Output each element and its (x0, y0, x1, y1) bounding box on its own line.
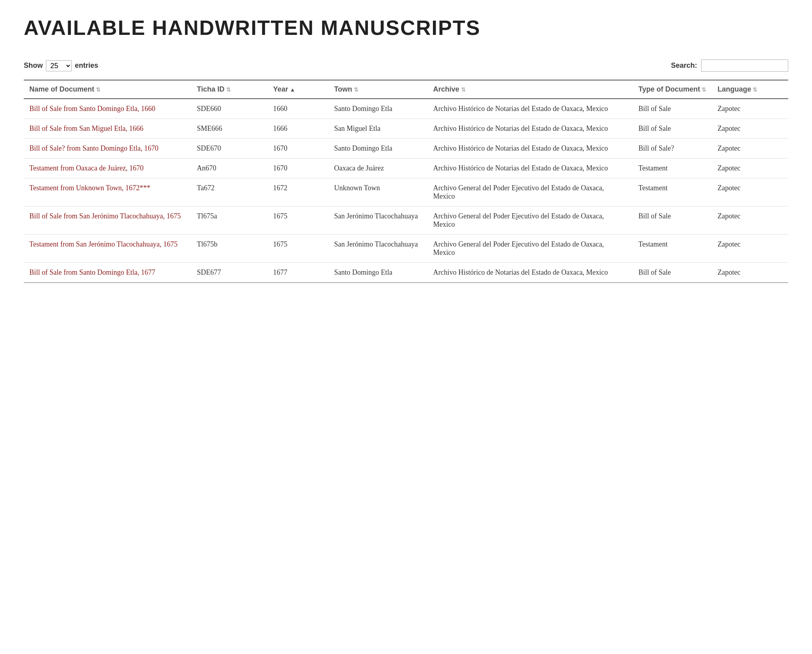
cell-type: Bill of Sale (633, 263, 712, 283)
col-label-name: Name of Document (29, 85, 94, 93)
cell-archive: Archivo Histórico de Notarias del Estado… (428, 99, 633, 119)
cell-name: Bill of Sale from Santo Domingo Etla, 16… (24, 263, 191, 283)
table-row: Testament from San Jerónimo Tlacochahuay… (24, 235, 788, 263)
cell-town: San Miguel Etla (328, 119, 427, 139)
col-header-town[interactable]: Town (328, 80, 427, 99)
col-label-archive: Archive (433, 85, 459, 93)
col-label-language: Language (717, 85, 751, 93)
cell-ticha-id: Tl675a (191, 207, 267, 235)
table-row: Bill of Sale from Santo Domingo Etla, 16… (24, 263, 788, 283)
doc-link[interactable]: Testament from San Jerónimo Tlacochahuay… (29, 240, 177, 248)
cell-ticha-id: SDE677 (191, 263, 267, 283)
cell-name: Testament from Unknown Town, 1672*** (24, 178, 191, 207)
cell-language: Zapotec (712, 235, 788, 263)
cell-language: Zapotec (712, 178, 788, 207)
cell-year: 1675 (268, 207, 329, 235)
cell-name: Bill of Sale from San Jerónimo Tlacochah… (24, 207, 191, 235)
col-label-type: Type of Document (639, 85, 700, 93)
table-body: Bill of Sale from Santo Domingo Etla, 16… (24, 99, 788, 283)
cell-language: Zapotec (712, 139, 788, 159)
table-header: Name of DocumentTicha IDYearTownArchiveT… (24, 80, 788, 99)
col-header-language[interactable]: Language (712, 80, 788, 99)
doc-link[interactable]: Bill of Sale from San Miguel Etla, 1666 (29, 124, 143, 132)
cell-town: Santo Domingo Etla (328, 263, 427, 283)
cell-year: 1670 (268, 159, 329, 178)
doc-link[interactable]: Testament from Oaxaca de Juárez, 1670 (29, 164, 144, 172)
cell-name: Testament from San Jerónimo Tlacochahuay… (24, 235, 191, 263)
cell-town: San Jerónimo Tlacochahuaya (328, 207, 427, 235)
cell-year: 1677 (268, 263, 329, 283)
sort-icon-ticha (226, 86, 231, 93)
col-label-year: Year (273, 85, 288, 93)
cell-type: Bill of Sale (633, 119, 712, 139)
cell-type: Testament (633, 178, 712, 207)
cell-year: 1660 (268, 99, 329, 119)
table-row: Testament from Oaxaca de Juárez, 1670An6… (24, 159, 788, 178)
cell-name: Bill of Sale? from Santo Domingo Etla, 1… (24, 139, 191, 159)
cell-archive: Archivo Histórico de Notarias del Estado… (428, 119, 633, 139)
cell-year: 1672 (268, 178, 329, 207)
cell-type: Testament (633, 235, 712, 263)
cell-archive: Archivo Histórico de Notarias del Estado… (428, 159, 633, 178)
cell-language: Zapotec (712, 207, 788, 235)
cell-archive: Archivo General del Poder Ejecutivo del … (428, 235, 633, 263)
manuscripts-table: Name of DocumentTicha IDYearTownArchiveT… (24, 80, 788, 283)
table-row: Bill of Sale from San Miguel Etla, 1666S… (24, 119, 788, 139)
cell-language: Zapotec (712, 99, 788, 119)
cell-archive: Archivo General del Poder Ejecutivo del … (428, 178, 633, 207)
cell-ticha-id: An670 (191, 159, 267, 178)
table-row: Bill of Sale? from Santo Domingo Etla, 1… (24, 139, 788, 159)
cell-language: Zapotec (712, 263, 788, 283)
show-label: Show (24, 61, 43, 70)
cell-year: 1666 (268, 119, 329, 139)
col-header-year[interactable]: Year (268, 80, 329, 99)
cell-name: Bill of Sale from Santo Domingo Etla, 16… (24, 99, 191, 119)
cell-archive: Archivo Histórico de Notarias del Estado… (428, 139, 633, 159)
col-label-ticha: Ticha ID (197, 85, 225, 93)
col-label-town: Town (334, 85, 352, 93)
sort-icon-language (753, 86, 757, 93)
sort-icon-year (290, 86, 295, 93)
cell-town: Santo Domingo Etla (328, 139, 427, 159)
table-row: Testament from Unknown Town, 1672***Ta67… (24, 178, 788, 207)
sort-icon-archive (461, 86, 466, 93)
col-header-name[interactable]: Name of Document (24, 80, 191, 99)
doc-link[interactable]: Testament from Unknown Town, 1672*** (29, 184, 151, 192)
search-control: Search: (671, 59, 788, 72)
cell-language: Zapotec (712, 159, 788, 178)
table-row: Bill of Sale from Santo Domingo Etla, 16… (24, 99, 788, 119)
cell-archive: Archivo Histórico de Notarias del Estado… (428, 263, 633, 283)
cell-ticha-id: SDE670 (191, 139, 267, 159)
cell-year: 1675 (268, 235, 329, 263)
cell-archive: Archivo General del Poder Ejecutivo del … (428, 207, 633, 235)
doc-link[interactable]: Bill of Sale from San Jerónimo Tlacochah… (29, 212, 181, 220)
cell-language: Zapotec (712, 119, 788, 139)
cell-ticha-id: Tl675b (191, 235, 267, 263)
entries-select[interactable]: 102550100 (46, 60, 72, 71)
cell-type: Testament (633, 159, 712, 178)
table-row: Bill of Sale from San Jerónimo Tlacochah… (24, 207, 788, 235)
cell-name: Bill of Sale from San Miguel Etla, 1666 (24, 119, 191, 139)
cell-ticha-id: Ta672 (191, 178, 267, 207)
sort-icon-type (701, 86, 706, 93)
cell-town: Oaxaca de Juárez (328, 159, 427, 178)
doc-link[interactable]: Bill of Sale from Santo Domingo Etla, 16… (29, 105, 155, 113)
cell-town: Santo Domingo Etla (328, 99, 427, 119)
col-header-type[interactable]: Type of Document (633, 80, 712, 99)
col-header-ticha[interactable]: Ticha ID (191, 80, 267, 99)
cell-type: Bill of Sale? (633, 139, 712, 159)
search-label: Search: (671, 61, 697, 70)
table-controls: Show 102550100 entries Search: (24, 59, 788, 72)
cell-town: Unknown Town (328, 178, 427, 207)
search-input[interactable] (701, 59, 788, 72)
page-title: AVAILABLE HANDWRITTEN MANUSCRIPTS (24, 16, 788, 44)
doc-link[interactable]: Bill of Sale from Santo Domingo Etla, 16… (29, 268, 155, 276)
cell-ticha-id: SME666 (191, 119, 267, 139)
entries-label: entries (75, 61, 98, 70)
cell-type: Bill of Sale (633, 99, 712, 119)
doc-link[interactable]: Bill of Sale? from Santo Domingo Etla, 1… (29, 144, 158, 152)
show-entries-control: Show 102550100 entries (24, 60, 98, 71)
cell-ticha-id: SDE660 (191, 99, 267, 119)
cell-type: Bill of Sale (633, 207, 712, 235)
col-header-archive[interactable]: Archive (428, 80, 633, 99)
